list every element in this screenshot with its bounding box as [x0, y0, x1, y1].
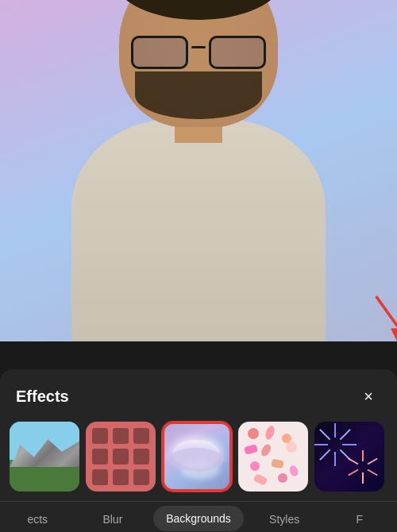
glasses-bridge [191, 46, 206, 48]
thumb-clouds-selected[interactable] [162, 422, 232, 492]
glasses-left [131, 36, 188, 69]
thumb-mountains[interactable] [10, 422, 79, 492]
thumb-grid[interactable] [86, 422, 156, 492]
video-preview [0, 0, 397, 341]
tab-backgrounds[interactable]: Backgrounds [153, 506, 244, 531]
svg-marker-1 [391, 327, 397, 341]
thumb-confetti[interactable] [238, 422, 308, 492]
person-hair [115, 0, 282, 36]
person-body [71, 119, 326, 341]
video-background [0, 0, 397, 341]
tab-effects[interactable]: ects [0, 505, 75, 532]
effects-panel: Effects × [0, 369, 397, 532]
tabs-row: ects Blur Backgrounds Styles F [0, 501, 397, 532]
close-button[interactable]: × [356, 384, 381, 409]
person-beard [135, 71, 262, 119]
person-head [119, 0, 278, 127]
thumbnails-row [0, 418, 397, 501]
effects-title: Effects [16, 387, 69, 406]
thumb-fireworks[interactable] [314, 422, 384, 492]
tab-more[interactable]: F [322, 505, 397, 532]
tab-blur[interactable]: Blur [75, 505, 151, 532]
tab-styles[interactable]: Styles [247, 505, 322, 532]
effects-header: Effects × [0, 369, 397, 418]
glasses-right [209, 36, 266, 69]
